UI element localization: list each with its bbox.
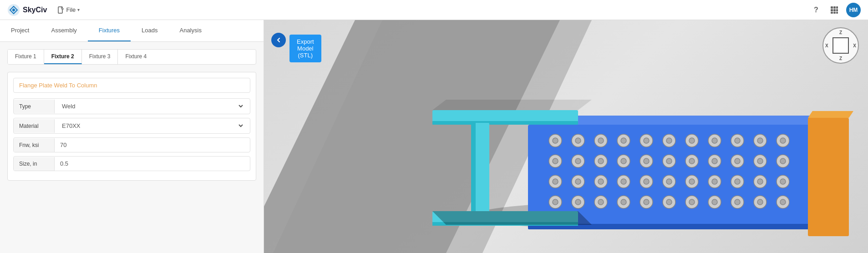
- svg-point-66: [735, 158, 740, 164]
- svg-point-68: [757, 158, 763, 164]
- compass-box: [832, 37, 849, 54]
- sub-tab-fixture3[interactable]: Fixture 3: [82, 50, 118, 64]
- file-menu-label: File: [66, 6, 76, 13]
- svg-point-112: [757, 199, 763, 205]
- svg-point-28: [553, 138, 558, 143]
- svg-point-60: [666, 158, 672, 164]
- svg-point-110: [735, 199, 740, 205]
- material-label: Material: [14, 119, 55, 133]
- svg-rect-19: [432, 110, 578, 123]
- tab-assembly[interactable]: Assembly: [40, 20, 87, 41]
- apps-grid-icon: [830, 6, 838, 14]
- svg-point-80: [644, 179, 649, 184]
- type-select[interactable]: Weld: [60, 102, 244, 110]
- compass-circle: Z Z X X: [822, 27, 859, 64]
- svg-point-58: [644, 158, 649, 164]
- svg-point-52: [575, 158, 581, 164]
- size-value[interactable]: [55, 157, 250, 171]
- svg-point-108: [712, 199, 717, 205]
- svg-point-78: [621, 179, 626, 184]
- svg-point-54: [598, 158, 604, 164]
- left-panel: Project Assembly Fixtures Loads Analysis…: [0, 20, 264, 253]
- compass-widget: Z Z X X: [822, 27, 859, 64]
- svg-marker-26: [432, 100, 592, 110]
- fnw-row: Fnw, ksi: [13, 137, 250, 152]
- svg-point-74: [575, 179, 581, 184]
- svg-point-96: [575, 199, 581, 205]
- fnw-value[interactable]: [55, 138, 250, 152]
- 3d-scene: [264, 20, 868, 253]
- file-menu-arrow: ▾: [77, 7, 80, 12]
- topbar-left: SkyCiv File ▾: [7, 4, 83, 16]
- svg-point-40: [689, 138, 695, 143]
- svg-rect-3: [833, 6, 836, 9]
- svg-rect-22: [471, 123, 476, 214]
- tab-analysis[interactable]: Analysis: [168, 20, 212, 41]
- export-stl-button[interactable]: Export Model (STL): [289, 35, 321, 62]
- svg-point-62: [689, 158, 695, 164]
- tab-loads[interactable]: Loads: [131, 20, 168, 41]
- compass-z-bottom-label: Z: [839, 56, 842, 61]
- content-panel: Fixture 1 Fixture 2 Fixture 3 Fixture 4: [0, 42, 264, 253]
- svg-point-88: [735, 179, 740, 184]
- svg-point-46: [757, 138, 763, 143]
- svg-rect-10: [836, 12, 838, 14]
- svg-point-56: [621, 158, 626, 164]
- size-row: Size, in: [13, 156, 250, 171]
- svg-point-64: [712, 158, 717, 164]
- file-icon: [58, 6, 64, 14]
- svg-point-92: [780, 179, 786, 184]
- sub-tab-fixture4[interactable]: Fixture 4: [118, 50, 154, 64]
- svg-rect-8: [831, 12, 833, 14]
- nav-tabs: Project Assembly Fixtures Loads Analysis: [0, 20, 264, 42]
- help-button[interactable]: ?: [810, 4, 822, 16]
- viewport-background: Export Model (STL): [264, 20, 868, 253]
- fixture-form-card: Type Weld Material E70XX: [7, 72, 256, 181]
- fixture-name-input[interactable]: [13, 78, 250, 93]
- svg-rect-5: [831, 9, 833, 11]
- export-button-label: Export Model (STL): [297, 38, 314, 59]
- sub-tab-fixture1[interactable]: Fixture 1: [8, 50, 44, 64]
- svg-point-32: [598, 138, 604, 143]
- app-name: SkyCiv: [23, 6, 47, 14]
- logo: SkyCiv: [7, 4, 47, 16]
- user-avatar[interactable]: HM: [846, 3, 861, 17]
- viewport: Export Model (STL): [264, 20, 868, 253]
- fixture-sub-tabs: Fixture 1 Fixture 2 Fixture 3 Fixture 4: [7, 49, 256, 65]
- size-label: Size, in: [14, 157, 55, 171]
- material-select[interactable]: E70XX: [60, 122, 244, 130]
- compass-z-top-label: Z: [839, 30, 842, 35]
- svg-point-82: [666, 179, 672, 184]
- fnw-input[interactable]: [60, 142, 244, 148]
- help-icon: ?: [814, 6, 818, 14]
- svg-point-102: [644, 199, 649, 205]
- size-input[interactable]: [60, 160, 244, 167]
- svg-point-84: [689, 179, 695, 184]
- svg-point-70: [780, 158, 786, 164]
- svg-point-106: [689, 199, 695, 205]
- back-arrow-icon: [275, 36, 282, 44]
- svg-point-72: [553, 179, 558, 184]
- apps-button[interactable]: [828, 4, 841, 16]
- svg-point-30: [575, 138, 581, 143]
- back-arrow-button[interactable]: [271, 33, 286, 47]
- svg-rect-17: [808, 118, 849, 236]
- tab-fixtures[interactable]: Fixtures: [88, 20, 131, 41]
- material-row: Material E70XX: [13, 118, 250, 134]
- main-layout: Project Assembly Fixtures Loads Analysis…: [0, 20, 868, 253]
- svg-point-50: [553, 158, 558, 164]
- svg-rect-7: [836, 9, 838, 11]
- svg-rect-6: [833, 9, 836, 11]
- svg-rect-2: [831, 6, 833, 9]
- sub-tab-fixture2[interactable]: Fixture 2: [44, 50, 82, 64]
- svg-point-114: [780, 199, 786, 205]
- avatar-initials: HM: [849, 7, 858, 13]
- svg-point-94: [553, 199, 558, 205]
- file-menu[interactable]: File ▾: [54, 5, 83, 15]
- material-value[interactable]: E70XX: [55, 118, 250, 133]
- tab-project[interactable]: Project: [0, 20, 40, 41]
- svg-point-104: [666, 199, 672, 205]
- svg-point-100: [621, 199, 626, 205]
- svg-point-90: [757, 179, 763, 184]
- type-value[interactable]: Weld: [55, 99, 250, 114]
